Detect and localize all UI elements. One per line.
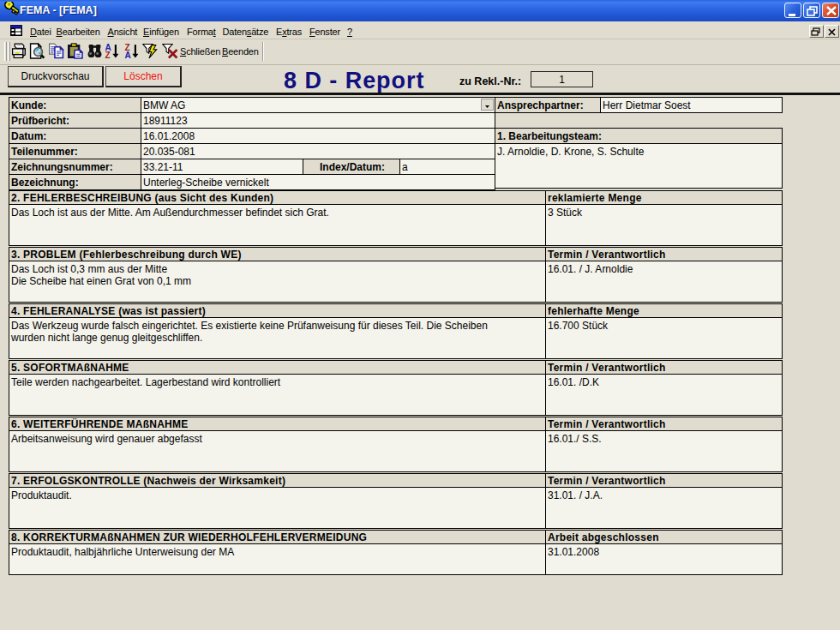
svg-text:A: A (125, 51, 131, 59)
svg-text:Z: Z (105, 51, 111, 59)
